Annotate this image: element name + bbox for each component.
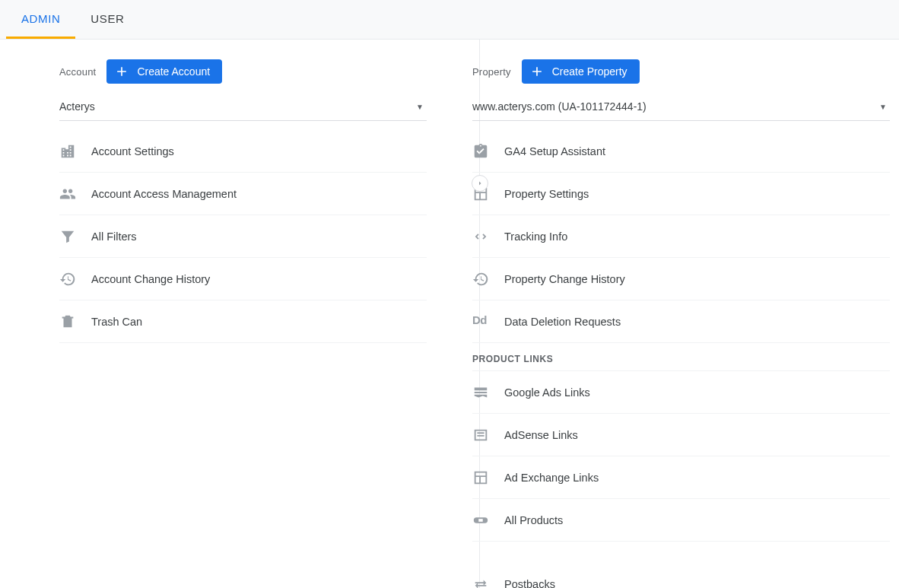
account-access-item[interactable]: Account Access Management <box>59 173 427 215</box>
create-account-button[interactable]: Create Account <box>106 59 222 84</box>
account-selected-value: Acterys <box>59 100 95 113</box>
ga4-setup-item[interactable]: GA4 Setup Assistant <box>472 130 890 173</box>
collapse-account-column-button[interactable] <box>472 175 488 192</box>
dd-text-icon: Dd <box>472 313 489 330</box>
menu-item-label: All Filters <box>91 230 137 243</box>
all-filters-item[interactable]: All Filters <box>59 215 427 258</box>
caret-down-icon: ▼ <box>879 103 887 111</box>
product-links-title: PRODUCT LINKS <box>472 343 890 371</box>
code-icon <box>472 228 489 245</box>
trash-icon <box>59 313 76 330</box>
create-property-label: Create Property <box>552 65 627 78</box>
arrow-right-icon <box>475 179 484 188</box>
svg-rect-1 <box>478 519 483 522</box>
menu-item-label: Tracking Info <box>504 230 567 243</box>
tracking-info-item[interactable]: Tracking Info <box>472 215 890 258</box>
caret-down-icon: ▼ <box>416 103 424 111</box>
property-label: Property <box>472 66 511 78</box>
menu-item-label: Trash Can <box>91 316 142 328</box>
buildings-icon <box>59 143 76 160</box>
people-icon <box>59 186 76 202</box>
admin-content: Account Create Account Acterys ▼ Account… <box>0 40 899 588</box>
swap-icon <box>472 576 489 588</box>
property-extra-menu: Postbacks <box>472 563 890 588</box>
link-icon <box>472 512 489 529</box>
layout-icon <box>472 469 489 486</box>
plus-icon <box>114 64 129 79</box>
menu-item-label: Account Change History <box>91 273 210 285</box>
property-settings-item[interactable]: Property Settings <box>472 173 890 215</box>
property-column: Property Create Property www.acterys.com… <box>450 40 899 588</box>
spacer <box>472 542 890 563</box>
adsense-links-item[interactable]: AdSense Links <box>472 414 890 456</box>
property-menu: GA4 Setup Assistant Property Settings Tr… <box>472 130 890 343</box>
assignment-check-icon <box>472 143 489 160</box>
account-label: Account <box>59 66 96 78</box>
property-selected-value: www.acterys.com (UA-101172444-1) <box>472 100 646 113</box>
filter-icon <box>59 228 76 245</box>
menu-item-label: All Products <box>504 514 563 526</box>
data-deletion-item[interactable]: Dd Data Deletion Requests <box>472 300 890 343</box>
history-icon <box>472 271 489 288</box>
account-column: Account Create Account Acterys ▼ Account… <box>0 40 450 588</box>
account-selector[interactable]: Acterys ▼ <box>59 94 427 121</box>
menu-item-label: Property Settings <box>504 188 589 200</box>
menu-item-label: GA4 Setup Assistant <box>504 145 605 157</box>
google-ads-links-item[interactable]: Google Ads Links <box>472 371 890 414</box>
create-property-button[interactable]: Create Property <box>522 59 640 84</box>
menu-item-label: Data Deletion Requests <box>504 316 621 328</box>
account-change-history-item[interactable]: Account Change History <box>59 258 427 300</box>
menu-item-label: Property Change History <box>504 273 625 285</box>
menu-item-label: Postbacks <box>504 578 555 588</box>
property-header: Property Create Property <box>472 59 890 84</box>
tab-admin[interactable]: ADMIN <box>6 0 75 39</box>
trash-can-item[interactable]: Trash Can <box>59 300 427 343</box>
account-settings-item[interactable]: Account Settings <box>59 130 427 173</box>
history-icon <box>59 271 76 288</box>
list-icon <box>472 427 489 443</box>
postbacks-item[interactable]: Postbacks <box>472 563 890 588</box>
product-links-menu: Google Ads Links AdSense Links Ad Exchan… <box>472 371 890 542</box>
create-account-label: Create Account <box>137 65 210 78</box>
tab-user[interactable]: USER <box>75 0 139 39</box>
account-header: Account Create Account <box>59 59 427 84</box>
tab-bar: ADMIN USER <box>0 0 899 40</box>
menu-item-label: Account Settings <box>91 145 174 157</box>
property-change-history-item[interactable]: Property Change History <box>472 258 890 300</box>
menu-item-label: Ad Exchange Links <box>504 472 599 484</box>
property-selector[interactable]: www.acterys.com (UA-101172444-1) ▼ <box>472 94 890 121</box>
plus-icon <box>529 64 545 79</box>
all-products-item[interactable]: All Products <box>472 499 890 542</box>
menu-item-label: AdSense Links <box>504 429 578 441</box>
account-menu: Account Settings Account Access Manageme… <box>59 130 427 343</box>
menu-item-label: Google Ads Links <box>504 386 590 399</box>
menu-item-label: Account Access Management <box>91 188 237 200</box>
ads-icon <box>472 384 489 401</box>
ad-exchange-links-item[interactable]: Ad Exchange Links <box>472 456 890 499</box>
